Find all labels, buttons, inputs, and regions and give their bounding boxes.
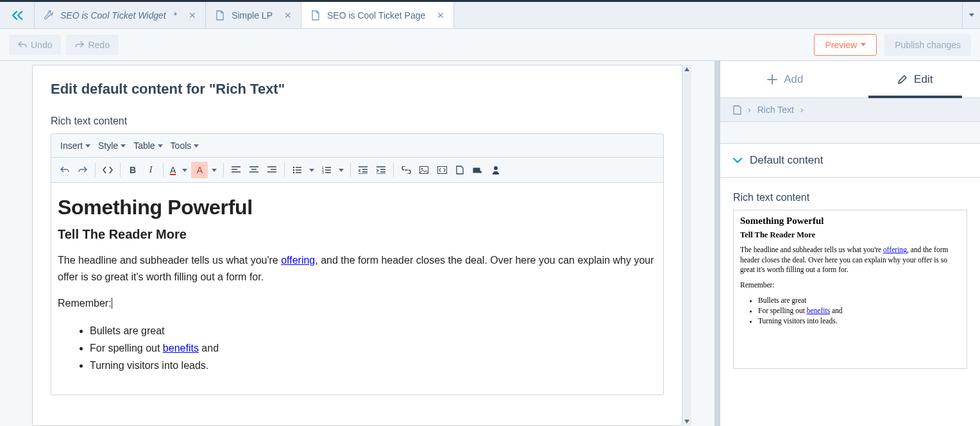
menu-insert[interactable]: Insert <box>58 139 93 152</box>
wrench-icon <box>44 10 54 21</box>
indent-icon <box>376 166 385 174</box>
insert-link-button[interactable] <box>398 162 414 178</box>
tab-widget[interactable]: SEO is Cool Ticket Widget * ✕ <box>35 2 206 28</box>
svg-point-1 <box>293 169 295 171</box>
link-icon <box>401 166 411 174</box>
tab-simple-lp[interactable]: Simple LP ✕ <box>206 2 301 28</box>
bullet-list-dropdown[interactable] <box>307 162 317 178</box>
top-tab-bar: SEO is Cool Ticket Widget * ✕ Simple LP … <box>0 0 980 29</box>
content-paragraph-remember: Remember: <box>58 295 657 312</box>
preview-bullet-list: Bullets are great For spelling out benef… <box>740 295 960 326</box>
preview-link-benefits[interactable]: benefits <box>807 307 830 314</box>
sidebar-resizer[interactable] <box>714 61 720 426</box>
close-icon[interactable]: ✕ <box>437 10 444 21</box>
tab-label: Simple LP <box>232 10 273 21</box>
menu-tools[interactable]: Tools <box>168 139 202 152</box>
publish-button[interactable]: Publish changes <box>884 34 971 56</box>
italic-button[interactable]: I <box>142 162 159 178</box>
preview-link-offering[interactable]: offering <box>883 246 907 253</box>
rte-toolbar: B I A A 123 <box>51 158 663 183</box>
menu-style[interactable]: Style <box>96 139 128 152</box>
insert-cta-button[interactable] <box>469 162 486 178</box>
page-icon <box>215 10 225 21</box>
svg-text:3: 3 <box>322 171 324 174</box>
content-link-benefits[interactable]: benefits <box>163 343 199 354</box>
align-right-icon <box>267 166 276 174</box>
undo-label: Undo <box>31 40 52 50</box>
numbered-list-icon: 123 <box>322 166 331 174</box>
scroll-down-arrow-icon[interactable] <box>682 417 691 426</box>
panel-spacer <box>720 122 980 144</box>
redo-button[interactable]: Redo <box>66 35 118 55</box>
preview-paragraph-remember: Remember: <box>740 280 960 291</box>
tab-overflow-button[interactable] <box>962 2 980 28</box>
indent-button[interactable] <box>373 162 389 178</box>
redo-label: Redo <box>88 40 109 50</box>
content-heading: Something Powerful <box>58 196 657 219</box>
svg-point-0 <box>293 167 295 169</box>
close-icon[interactable]: ✕ <box>189 10 196 21</box>
toolbar-undo-button[interactable] <box>56 162 73 178</box>
rte-content-area[interactable]: Something Powerful Tell The Reader More … <box>51 183 663 395</box>
action-bar: Undo Redo Preview Publish changes <box>0 29 980 61</box>
align-center-button[interactable] <box>246 162 262 178</box>
panel-body: Rich text content Something Powerful Tel… <box>720 178 980 383</box>
toolbar-redo-button[interactable] <box>74 162 91 178</box>
bullet-list-button[interactable] <box>289 162 305 178</box>
outdent-icon <box>359 166 368 174</box>
sidebar-tab-add[interactable]: Add <box>720 61 850 98</box>
preview-button[interactable]: Preview <box>814 34 877 56</box>
undo-button[interactable]: Undo <box>9 35 61 55</box>
highlight-dropdown[interactable] <box>209 162 219 178</box>
undo-icon <box>60 166 69 174</box>
toolbar-divider <box>95 163 96 177</box>
bullet-item: Bullets are great <box>90 322 657 339</box>
collapse-button[interactable] <box>0 2 35 28</box>
page-icon <box>310 10 321 21</box>
svg-point-10 <box>494 166 498 170</box>
pencil-icon <box>897 74 908 85</box>
accordion-default-content[interactable]: Default content <box>720 144 980 178</box>
rich-text-editor: Insert Style Table Tools B I A <box>51 133 664 395</box>
outdent-button[interactable] <box>355 162 371 178</box>
insert-file-button[interactable] <box>452 162 468 178</box>
plus-icon <box>767 74 777 85</box>
tab-ticket-page[interactable]: SEO is Cool Ticket Page ✕ <box>301 2 454 28</box>
bold-button[interactable]: B <box>124 162 141 178</box>
scroll-up-arrow-icon[interactable] <box>682 65 691 74</box>
breadcrumb-item[interactable]: Rich Text <box>757 105 794 115</box>
content-link-offering[interactable]: offering <box>281 255 315 266</box>
numbered-list-dropdown[interactable] <box>336 162 346 178</box>
numbered-list-button[interactable]: 123 <box>318 162 335 178</box>
breadcrumb-separator-icon: › <box>748 105 751 115</box>
close-icon[interactable]: ✕ <box>284 10 292 21</box>
person-icon <box>492 166 500 175</box>
highlight-button[interactable]: A <box>191 162 208 178</box>
align-right-button[interactable] <box>264 162 280 178</box>
sidebar: Add Edit › Rich Text › Default content R… <box>720 61 980 426</box>
svg-point-7 <box>421 168 423 170</box>
page-icon <box>733 105 741 115</box>
personalize-button[interactable] <box>487 162 504 178</box>
image-icon <box>419 166 428 174</box>
file-icon <box>456 166 464 175</box>
editor-scrollbar[interactable] <box>682 65 691 426</box>
svg-rect-6 <box>420 167 428 174</box>
insert-embed-button[interactable] <box>434 162 450 178</box>
preview-paragraph: The headline and subheader tells us what… <box>740 245 960 275</box>
editor-card: Edit default content for "Rich Text" Ric… <box>32 65 682 426</box>
text-color-button[interactable]: A <box>167 162 178 178</box>
editor-title: Edit default content for "Rich Text" <box>51 81 664 98</box>
rich-text-preview[interactable]: Something Powerful Tell The Reader More … <box>733 210 967 369</box>
bullet-item: For spelling out benefits and <box>90 339 657 357</box>
align-left-button[interactable] <box>228 162 244 178</box>
insert-image-button[interactable] <box>416 162 432 178</box>
caret-down-icon <box>212 169 217 172</box>
source-code-button[interactable] <box>99 162 116 178</box>
sidebar-tab-edit[interactable]: Edit <box>850 61 981 98</box>
bullet-item: For spelling out benefits and <box>758 305 960 316</box>
text-color-dropdown[interactable] <box>180 162 190 178</box>
toolbar-divider <box>120 163 121 177</box>
menu-table[interactable]: Table <box>131 139 165 152</box>
sidebar-tabs: Add Edit <box>720 61 980 98</box>
